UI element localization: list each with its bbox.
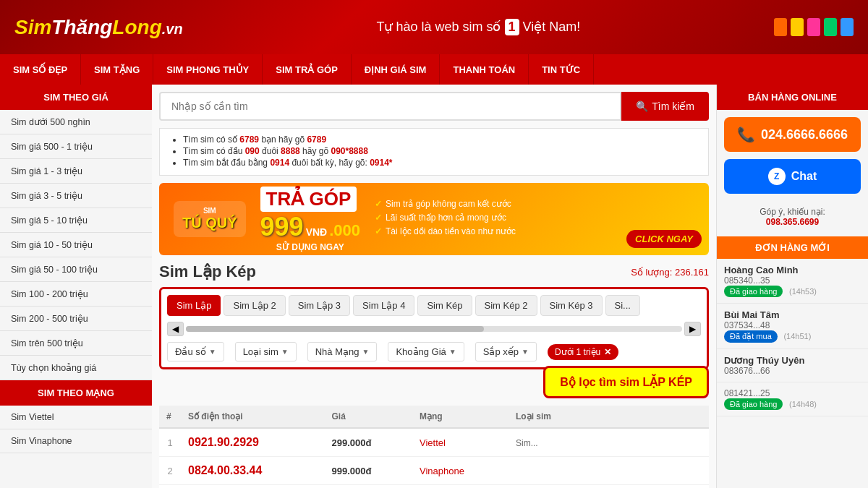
price-3: 650.000đ — [324, 485, 412, 489]
search-input[interactable] — [159, 92, 621, 121]
sidebar-item-5-10tr[interactable]: Sim giá 5 - 10 triệu — [0, 208, 152, 233]
scroll-left-arrow[interactable]: ◀ — [167, 322, 184, 336]
search-button[interactable]: 🔍 Tìm kiếm — [621, 92, 709, 121]
sim-tabs: Sim Lập Sim Lập 2 Sim Lập 3 Sim Lập 4 Si… — [167, 295, 701, 316]
search-tips: Tìm sim có số 6789 bạn hãy gõ 6789 Tìm s… — [159, 128, 709, 176]
col-type: Loại sim — [509, 406, 613, 428]
scrollbar-track[interactable] — [186, 326, 682, 332]
nav-tin-tuc[interactable]: TIN TỨC — [529, 54, 594, 85]
order-time-2: (14h51) — [783, 332, 811, 341]
phone-number-2[interactable]: 0824.00.33.44 — [181, 457, 324, 485]
sidebar-item-1-3tr[interactable]: Sim giá 1 - 3 triệu — [0, 159, 152, 184]
nav-sim-so-dep[interactable]: SIM SỐ ĐẸP — [0, 54, 81, 85]
tab-sim-lap-4[interactable]: Sim Lập 4 — [353, 295, 414, 316]
content-area: 🔍 Tìm kiếm Tìm sim có số 6789 bạn hãy gõ… — [152, 85, 716, 488]
rs-zalo-button[interactable]: Z Chat — [724, 159, 861, 194]
sidebar-item-3-5tr[interactable]: Sim giá 3 - 5 triệu — [0, 184, 152, 208]
tip-3: Tìm sim bắt đầu bằng 0914 đuôi bất kỳ, h… — [183, 158, 699, 168]
col-price: Giá — [324, 406, 412, 428]
tab-sim-lap-2[interactable]: Sim Lập 2 — [224, 295, 285, 316]
nav-sim-phong-thuy[interactable]: SIM PHONG THỦY — [153, 54, 263, 85]
sidebar-item-duoi-500[interactable]: Sim dưới 500 nghìn — [0, 110, 152, 134]
tab-sim-kep-3[interactable]: Sim Kép 3 — [540, 295, 603, 316]
sidebar-item-50-100tr[interactable]: Sim giá 50 - 100 triệu — [0, 257, 152, 282]
banner-click-now-button[interactable]: CLICK NGAY — [626, 230, 702, 248]
rs-feedback: Góp ý, khiếu nại: 098.365.6699 — [717, 201, 868, 233]
active-filter-tag[interactable]: Dưới 1 triệu ✕ — [548, 344, 618, 360]
nav-sim-tra-gop[interactable]: SIM TRẢ GÓP — [263, 54, 352, 85]
filter-nha-mang[interactable]: Nhà Mạng ▼ — [307, 342, 378, 361]
promotional-banner[interactable]: SIM TÚ QUÝ TRẢ GÓP 999 VNĐ .000 SỬ DỤNG … — [159, 183, 709, 255]
sidebar-item-200-500tr[interactable]: Sim 200 - 500 triệu — [0, 307, 152, 331]
phone-number-3[interactable]: 0941.34.0606 — [181, 485, 324, 489]
sim-card-blue — [841, 18, 854, 36]
navigation: SIM SỐ ĐẸP SIM TẶNG SIM PHONG THỦY SIM T… — [0, 54, 868, 85]
tab-sim-more[interactable]: Si... — [605, 295, 640, 316]
sidebar-item-500-1tr[interactable]: Sim giá 500 - 1 triệu — [0, 134, 152, 159]
price-1: 299.000đ — [324, 428, 412, 457]
network-3[interactable]: Vinaphone — [412, 485, 509, 489]
action-3[interactable]: Chi tiết — [613, 485, 709, 489]
tooltip-lap-kep: Bộ lọc tìm sim LẶP KÉP — [543, 366, 709, 398]
tab-sim-kep-2[interactable]: Sim Kép 2 — [475, 295, 537, 316]
sim-card-green — [824, 18, 837, 36]
sidebar-item-tren-500tr[interactable]: Sim trên 500 triệu — [0, 331, 152, 356]
price-2: 999.000đ — [324, 457, 412, 485]
order-item-4: 081421...25 Đã giao hàng (14h48) — [717, 382, 868, 416]
order-phone-2: 037534...48 — [724, 320, 861, 330]
filter-row: Đầu số ▼ Loại sim ▼ Nhà Mạng ▼ Khoảng Gi… — [167, 342, 701, 361]
rs-feedback-phone: 098.365.6699 — [766, 217, 819, 227]
filter-khoang-gia[interactable]: Khoảng Giá ▼ — [388, 342, 464, 361]
order-item-2: Bùi Mai Tâm 037534...48 Đã đặt mua (14h5… — [717, 304, 868, 349]
col-network: Mạng — [412, 406, 509, 428]
section-count: Số lượng: 236.161 — [631, 267, 709, 278]
phone-number-1[interactable]: 0921.90.2929 — [181, 428, 324, 457]
sidebar-item-vinaphone[interactable]: Sim Vinaphone — [0, 429, 152, 453]
active-filter-section: Dưới 1 triệu ✕ — [548, 344, 618, 360]
scroll-right-arrow[interactable]: ▶ — [684, 322, 701, 336]
banner-sim-tuquy: SIM TÚ QUÝ — [174, 201, 246, 237]
nav-dinh-gia-sim[interactable]: ĐỊNH GIÁ SIM — [352, 54, 441, 85]
order-badge-4: Đã giao hàng — [724, 398, 783, 410]
rs-zalo-label: Chat — [791, 170, 817, 183]
rs-phone-button[interactable]: 📞 024.6666.6666 — [724, 117, 861, 152]
sidebar-item-tuy-chon[interactable]: Tùy chọn khoảng giá — [0, 356, 152, 380]
type-3: Sim Lập Kép — [509, 485, 613, 489]
chevron-down-icon: ▼ — [281, 348, 289, 356]
sidebar-item-viettel[interactable]: Sim Viettel — [0, 406, 152, 429]
phone-icon: 📞 — [737, 126, 755, 143]
filter-sap-xep[interactable]: Sắp xếp ▼ — [475, 342, 537, 361]
chevron-down-icon: ▼ — [449, 348, 456, 356]
sim-card-pink — [807, 18, 820, 36]
scrollbar-thumb — [186, 326, 484, 332]
header-tagline: Tự hào là web sim số 1 Việt Nam! — [376, 19, 580, 35]
action-1 — [613, 428, 709, 457]
rs-orders-title: ĐƠN HÀNG MỚI — [717, 236, 868, 259]
logo[interactable]: SimThăngLong.vn — [14, 16, 183, 39]
tab-sim-kep[interactable]: Sim Kép — [417, 295, 472, 316]
table-row: 3 0941.34.0606 650.000đ Vinaphone Sim Lậ… — [159, 485, 709, 489]
col-action — [613, 406, 709, 428]
network-1[interactable]: Viettel — [412, 428, 509, 457]
network-2[interactable]: Vinaphone — [412, 457, 509, 485]
nav-thanh-toan[interactable]: THANH TOÁN — [440, 54, 529, 85]
tab-sim-lap[interactable]: Sim Lập — [167, 295, 221, 316]
zalo-icon: Z — [768, 168, 786, 185]
tabs-filter-wrapper: Sim Lập Sim Lập 2 Sim Lập 3 Sim Lập 4 Si… — [159, 287, 709, 369]
remove-filter-button[interactable]: ✕ — [604, 347, 611, 357]
row-num-1: 1 — [159, 428, 181, 457]
row-num-2: 2 — [159, 457, 181, 485]
col-num: # — [159, 406, 181, 428]
filter-loai-sim[interactable]: Loại sim ▼ — [235, 342, 297, 361]
row-num-3: 3 — [159, 485, 181, 489]
type-1: Sim... — [509, 428, 613, 457]
order-name-3: Dương Thúy Uyên — [724, 355, 861, 366]
sidebar-item-100-200tr[interactable]: Sim 100 - 200 triệu — [0, 282, 152, 307]
table-row: 2 0824.00.33.44 999.000đ Vinaphone — [159, 457, 709, 485]
tab-sim-lap-3[interactable]: Sim Lập 3 — [289, 295, 350, 316]
banner-feature-2: Lãi suất thấp hơn cả mong ước — [375, 213, 694, 223]
nav-sim-tang[interactable]: SIM TẶNG — [81, 54, 153, 85]
sidebar-item-10-50tr[interactable]: Sim giá 10 - 50 triệu — [0, 233, 152, 257]
filter-dau-so[interactable]: Đầu số ▼ — [167, 342, 224, 361]
header: SimThăngLong.vn Tự hào là web sim số 1 V… — [0, 0, 868, 54]
